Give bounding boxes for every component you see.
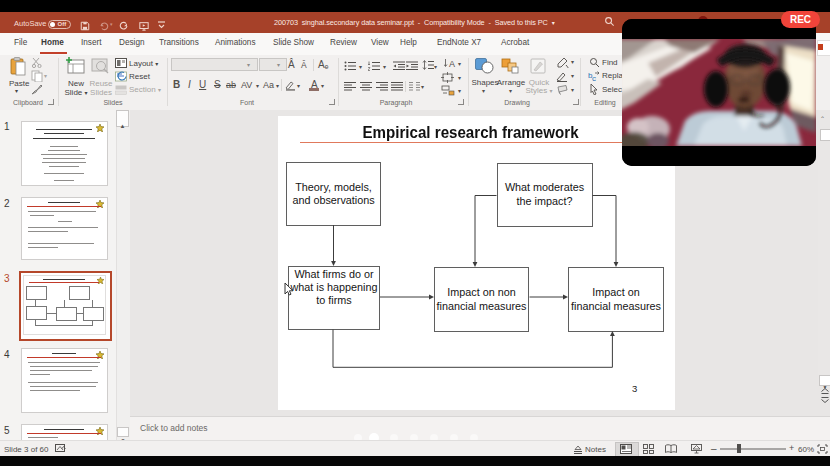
svg-text:A: A — [449, 59, 455, 69]
svg-text:c: c — [592, 74, 596, 82]
